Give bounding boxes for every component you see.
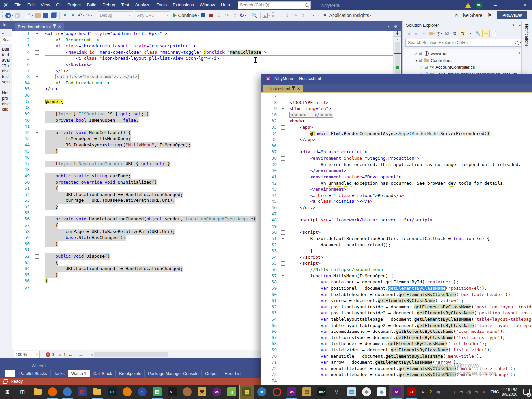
navigate-forward-small-icon[interactable]: → xyxy=(78,352,83,357)
tray-volume-icon[interactable]: ◁) xyxy=(465,390,472,394)
panel-tab-tasks[interactable]: Tasks xyxy=(51,370,68,377)
code-line[interactable]: 42 An unhandled exception has occurred. … xyxy=(261,180,532,187)
code-line[interactable]: 47 xyxy=(261,211,532,217)
se-sync-with-active-icon[interactable]: ⇅ xyxy=(459,30,466,37)
code-line[interactable]: 35 </app> xyxy=(261,137,532,143)
close-icon[interactable]: ✕ xyxy=(58,24,61,29)
expand-arrow-icon[interactable]: ▷ xyxy=(421,66,425,69)
code-line[interactable]: 41− <environment include="Development"> xyxy=(261,174,532,180)
expand-arrow-icon[interactable]: ▼ xyxy=(415,59,419,62)
redo-button[interactable]: ↷▾ xyxy=(85,11,93,19)
taskbar-dev-tools[interactable]: ⚒ xyxy=(195,385,209,399)
step-over-icon[interactable]: ↷ xyxy=(223,11,231,19)
code-line[interactable]: 49 xyxy=(261,223,532,230)
fold-marker-icon[interactable]: + xyxy=(281,113,285,117)
fold-marker-icon[interactable]: − xyxy=(281,261,285,266)
attach-arrow-icon[interactable]: → xyxy=(276,11,283,19)
taskbar-blender[interactable] xyxy=(120,385,135,399)
test-explorer-tab[interactable]: Te... xyxy=(0,21,12,29)
menu-help[interactable]: Help xyxy=(218,0,233,10)
horizontal-scrollbar-thumb[interactable] xyxy=(94,352,168,357)
code-line[interactable]: 10+<head>...</head> xyxy=(261,112,532,118)
tray-memory-monitor-icon[interactable]: ▤ xyxy=(434,390,442,394)
code-line[interactable]: 50− <script> xyxy=(261,229,532,236)
solution-platform-dropdown[interactable]: Any CPU▾ xyxy=(135,11,170,19)
code-line[interactable]: 2 <!--Breadcrumb--> xyxy=(12,37,393,43)
se-properties-icon[interactable]: 🔧 xyxy=(475,30,481,37)
minimize-button[interactable]: – xyxy=(488,0,503,10)
code-line[interactable]: 45 <a class="dismiss">×</a> xyxy=(261,199,532,205)
code-line[interactable]: 73 var menutitlebadge = document.getElem… xyxy=(261,372,532,378)
step-out2-icon[interactable]: ↥ xyxy=(300,11,307,19)
code-line[interactable]: 71 var arrow = document.getElementsByCla… xyxy=(261,359,532,366)
menu-project[interactable]: Project xyxy=(65,0,84,10)
menu-debug[interactable]: Debug xyxy=(99,0,118,10)
code-line[interactable]: 40 </environment> xyxy=(261,168,532,174)
code-line[interactable]: 33− <app> xyxy=(261,124,532,131)
taskbar-filezilla[interactable]: Fz xyxy=(404,385,419,399)
panel-tab-call-stack[interactable]: Call Stack xyxy=(90,370,116,377)
code-line[interactable]: 44 <a href="" class="reload">Reload</a> xyxy=(261,193,532,199)
test-explorer-search-input[interactable]: Sear xyxy=(1,37,13,44)
taskbar-photoshop[interactable]: Ps xyxy=(105,385,120,399)
tray-language[interactable]: ENG xyxy=(490,390,499,394)
code-line[interactable]: 65 var tablelayouttablepage2 = document.… xyxy=(261,323,532,329)
test-explorer-toolbar[interactable]: .. xyxy=(0,29,12,35)
taskbar-opera[interactable] xyxy=(269,385,284,399)
code-line[interactable]: 59 var positionel = document.getElements… xyxy=(261,285,532,292)
taskbar-notepad-app[interactable]: ▤ xyxy=(344,385,359,399)
taskbar-gimp[interactable] xyxy=(180,385,195,399)
step-over2-icon[interactable]: ↷ xyxy=(292,11,299,19)
taskbar-code-tool[interactable]: {} xyxy=(224,385,239,399)
se-sync-dropdown-icon[interactable]: ▾ xyxy=(467,30,474,37)
code-line[interactable]: 36 xyxy=(261,143,532,149)
code-line[interactable]: 9−<html lang="en"> xyxy=(261,106,532,112)
taskbar-xn-view[interactable]: ◆ xyxy=(374,385,389,399)
panel-tab-package-manager-console[interactable]: Package Manager Console xyxy=(145,370,202,377)
tray-display-settings-icon[interactable]: ▭ xyxy=(472,390,480,394)
code-line[interactable]: 3− <li class="breadcrumb-layout" style="… xyxy=(12,43,393,49)
taskbar-task-view[interactable]: ◫ xyxy=(15,385,30,399)
fold-marker-icon[interactable]: − xyxy=(35,254,39,259)
code-line[interactable]: 1−<ul id="page-head" style="padding-left… xyxy=(12,31,393,37)
new-project-button[interactable]: 📄▾ xyxy=(25,11,33,19)
navigate-back-button[interactable]: ◀▾ xyxy=(5,11,13,19)
code-line[interactable]: 70 var menutitle = document.getElementsB… xyxy=(261,353,532,360)
expand-arrow-icon[interactable]: ▷ xyxy=(415,52,419,55)
navigate-back-small-icon[interactable]: ← xyxy=(68,352,73,357)
code-line[interactable]: 6 </NavLink> xyxy=(12,62,393,68)
se-switch-views-icon[interactable]: ▾ xyxy=(428,30,435,37)
menu-edit[interactable]: Edit xyxy=(24,0,38,10)
code-line[interactable]: 38− <environment include="Staging,Produc… xyxy=(261,155,532,162)
find-in-files-icon[interactable]: 🔍 xyxy=(251,11,258,19)
tray-color-profile-icon[interactable]: ◆ xyxy=(480,390,488,394)
close-icon[interactable]: ✕ xyxy=(297,86,300,91)
zoom-level-dropdown[interactable]: 100 %▾ xyxy=(14,351,40,358)
code-line[interactable]: 46 </div> xyxy=(261,205,532,211)
step-into-icon[interactable]: ↧ xyxy=(215,11,223,19)
taskbar-snip-tool[interactable]: ✱ xyxy=(359,385,374,399)
code-line[interactable]: 57− function NitfyMenu(IsMenuOpen) { xyxy=(261,273,532,279)
menu-file[interactable]: File xyxy=(11,0,24,10)
step-into2-icon[interactable]: ↧ xyxy=(284,11,291,19)
notification-center-icon[interactable]: 2 xyxy=(521,385,532,399)
se-home-icon[interactable]: ⌂ xyxy=(421,30,427,37)
code-line[interactable]: 54 </script> xyxy=(261,254,532,261)
open-folder-button[interactable] xyxy=(34,11,41,19)
taskbar-search-app[interactable] xyxy=(60,385,75,399)
fold-marker-icon[interactable]: − xyxy=(35,180,39,184)
tab-host-cshtml[interactable]: _Host.cshtml ✕ xyxy=(263,85,303,92)
code-line[interactable]: 69 var listdivider = document.getElement… xyxy=(261,347,532,353)
panel-tab-parallel-stacks[interactable]: Parallel Stacks xyxy=(16,370,51,377)
editor-host-cshtml[interactable]: Activate Windows Go to Settings to activ… xyxy=(261,93,532,385)
step-out-icon[interactable]: ↥ xyxy=(231,11,239,19)
menu-build[interactable]: Build xyxy=(84,0,99,10)
fold-marker-icon[interactable]: − xyxy=(281,107,285,111)
error-count-icon[interactable]: ✕ xyxy=(46,352,50,357)
tray-hidden-icons-icon[interactable]: ∧ xyxy=(419,390,427,394)
split-editor-handle[interactable]: ╋ xyxy=(394,31,401,37)
feedback-icon[interactable]: ⚑ xyxy=(486,11,493,19)
fold-marker-icon[interactable]: − xyxy=(35,50,39,55)
taskbar-folder-2[interactable] xyxy=(90,385,105,399)
fold-marker-icon[interactable]: − xyxy=(281,150,285,154)
